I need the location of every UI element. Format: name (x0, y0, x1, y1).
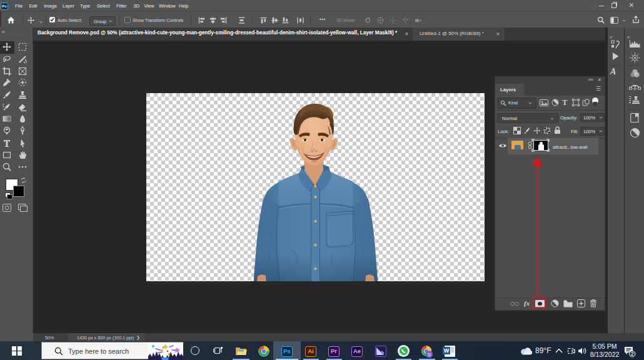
svg-text:S: S (428, 352, 431, 358)
svg-text:2: 2 (631, 351, 634, 357)
